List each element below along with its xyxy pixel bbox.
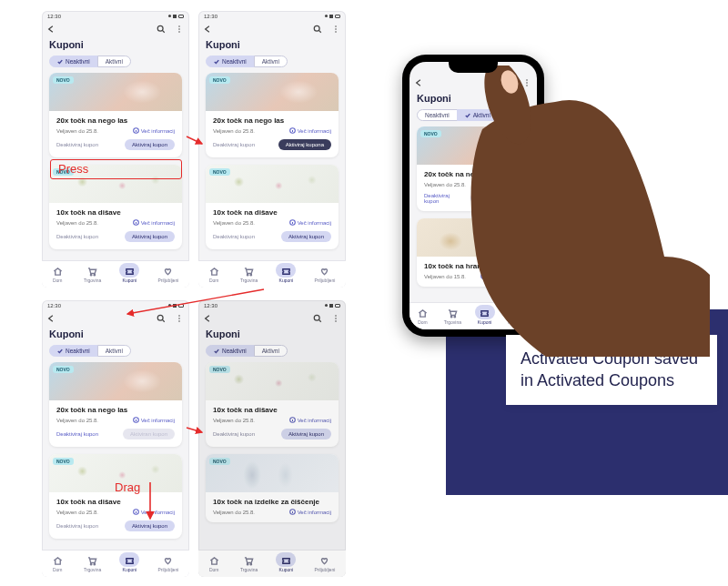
activate-button[interactable]: Aktiviraj kupon xyxy=(125,139,175,150)
search-icon[interactable] xyxy=(504,78,513,87)
filter-active[interactable]: Aktivni xyxy=(457,109,499,121)
activate-button[interactable]: Aktiviraj kupon xyxy=(125,520,175,531)
more-info-link[interactable]: Več informacij xyxy=(133,127,175,134)
info-icon xyxy=(289,417,296,423)
coupon-card-hair[interactable]: NOVO 20x točk na nego las Veljaven do 25… xyxy=(49,73,182,157)
more-info-link[interactable]: Več informacij xyxy=(133,219,175,226)
nav-coupons[interactable]: Kuponi xyxy=(279,556,294,572)
search-icon[interactable] xyxy=(157,314,166,323)
back-icon[interactable] xyxy=(204,314,213,323)
more-info-link[interactable]: Več informacij xyxy=(289,417,331,423)
status-time: 12:30 xyxy=(47,14,61,19)
nav-store[interactable]: Trgovina xyxy=(84,267,101,283)
filter-pills: Neaktivni Aktivni xyxy=(42,56,189,73)
info-icon xyxy=(289,127,296,134)
coupon-card-dogfood[interactable]: 10x točk na hrano za pse Veljaven do 15.… xyxy=(417,218,530,287)
screen-3: 12:30 Kuponi Neaktivni Aktivni NOVO 20x … xyxy=(42,300,189,577)
hero-caption: Activated Coupon saved in Activated Coup… xyxy=(506,335,717,405)
more-info-link[interactable]: Več informacij xyxy=(480,273,522,279)
coupon-card-hair[interactable]: NOVO 20x točk na nego las Veljaven do 25… xyxy=(206,73,339,157)
coupon-image: NOVO xyxy=(49,73,182,111)
nav-favorites[interactable]: Priljubljeni xyxy=(315,556,336,572)
info-icon xyxy=(133,417,139,423)
more-icon[interactable] xyxy=(175,25,184,34)
page-title: Kuponi xyxy=(198,37,346,56)
nav-home[interactable]: Dom xyxy=(53,556,63,572)
status-indicators xyxy=(168,15,184,18)
activate-button[interactable]: Aktiviraj kupon xyxy=(125,231,175,242)
coupon-card-perfume[interactable]: NOVO 10x točk na dišave Veljaven do 25.8… xyxy=(49,454,182,539)
back-icon[interactable] xyxy=(47,25,56,34)
coupon-title: 10x točk na dišave xyxy=(56,208,175,217)
search-icon[interactable] xyxy=(313,25,322,34)
nav-favorites[interactable]: Priljubljeni xyxy=(508,308,529,325)
coupon-card-perfume[interactable]: NOVO 10x točk na dišave Veljaven do 25.8… xyxy=(206,165,339,249)
filter-inactive[interactable]: Neaktivni xyxy=(417,109,458,121)
more-icon[interactable] xyxy=(331,314,340,323)
nav-coupons[interactable]: Kuponi xyxy=(279,267,294,283)
more-info-link[interactable]: Več informacij xyxy=(480,181,522,187)
activate-plural-button[interactable]: Aktiviraj kupona xyxy=(278,139,331,150)
deactivate-link[interactable]: Deaktiviraj kupon xyxy=(56,431,98,437)
coupon-card-perfume[interactable]: NOVO 10x točk na dišave Veljaven do 25.8… xyxy=(206,362,339,447)
filter-active[interactable]: Aktivni xyxy=(254,345,288,357)
nav-store[interactable]: Trgovina xyxy=(444,308,461,325)
coupon-card-hair[interactable]: NOVO 20x točk na nego las Veljaven do 25… xyxy=(49,362,182,447)
coupon-list[interactable]: NOVO 20x točk na nego las Veljaven do 25… xyxy=(198,73,346,260)
filter-active[interactable]: Aktivni xyxy=(97,345,131,357)
filter-inactive[interactable]: Neaktivni xyxy=(49,56,98,67)
back-icon[interactable] xyxy=(47,314,56,323)
more-info-link[interactable]: Več informacij xyxy=(133,509,175,515)
filter-inactive[interactable]: Neaktivni xyxy=(49,345,98,357)
new-badge: NOVO xyxy=(53,76,74,84)
coupon-validity: Veljaven do 25.8. xyxy=(56,128,98,134)
nav-coupons[interactable]: Kuponi xyxy=(123,267,137,283)
search-icon[interactable] xyxy=(157,25,166,34)
nav-favorites[interactable]: Priljubljeni xyxy=(315,267,336,283)
more-icon[interactable] xyxy=(175,314,184,323)
nav-home[interactable]: Dom xyxy=(209,267,219,283)
info-icon xyxy=(480,181,487,187)
deactivate-label: Deaktiviraj kupon xyxy=(56,142,98,147)
filter-pills: Neaktivni Aktivni xyxy=(198,56,346,73)
more-info-link[interactable]: Več informacij xyxy=(133,417,175,423)
nav-favorites[interactable]: Priljubljeni xyxy=(158,267,179,283)
nav-store[interactable]: Trgovina xyxy=(84,556,101,572)
screen-1: 12:30 Kuponi Neaktivni Aktivni NOVO 20x … xyxy=(42,11,189,288)
nav-home[interactable]: Dom xyxy=(418,308,428,325)
nav-favorites[interactable]: Priljubljeni xyxy=(158,556,179,572)
nav-store[interactable]: Trgovina xyxy=(240,267,258,283)
coupon-list[interactable]: NOVO 10x točk na dišave Veljaven do 25.8… xyxy=(198,362,346,550)
coupon-title: 20x točk na nego las xyxy=(56,116,175,125)
filter-active[interactable]: Aktivni xyxy=(97,56,131,67)
coupon-list[interactable]: NOVO 20x točk na nego las Veljaven do 25… xyxy=(410,126,537,302)
status-bar: 12:30 xyxy=(42,11,189,21)
more-icon[interactable] xyxy=(522,78,531,87)
activate-button[interactable]: Aktiviraj kupon xyxy=(281,231,331,242)
nav-coupons[interactable]: Kuponi xyxy=(123,556,137,572)
heart-icon xyxy=(163,267,173,277)
nav-home[interactable]: Dom xyxy=(53,267,63,283)
info-icon xyxy=(133,509,139,515)
back-icon[interactable] xyxy=(204,25,213,34)
more-info-link[interactable]: Več informacij xyxy=(289,219,331,226)
coupon-list[interactable]: NOVO 20x točk na nego las Veljaven do 25… xyxy=(42,362,189,550)
hero-device-frame: Kuponi Neaktivni Aktivni NOVO 20x točk n… xyxy=(402,55,544,337)
activate-button[interactable]: Aktiviraj kupon xyxy=(281,429,331,440)
filter-inactive[interactable]: Neaktivni xyxy=(206,56,255,67)
more-info-link[interactable]: Več informacij xyxy=(289,127,331,134)
search-icon[interactable] xyxy=(313,314,322,323)
more-info-link[interactable]: Več informacij xyxy=(289,509,331,515)
deactivate-link[interactable]: Deaktiviraj kupon xyxy=(424,193,465,204)
coupon-card-cleaning[interactable]: NOVO 10x točk na izdelke za čiščenje Vel… xyxy=(206,454,339,522)
nav-coupons[interactable]: Kuponi xyxy=(478,308,492,325)
nav-home[interactable]: Dom xyxy=(209,556,219,572)
nav-store[interactable]: Trgovina xyxy=(240,556,258,572)
more-icon[interactable] xyxy=(331,25,340,34)
filter-inactive[interactable]: Neaktivni xyxy=(206,345,255,357)
back-icon[interactable] xyxy=(415,78,424,87)
filter-active[interactable]: Aktivni xyxy=(254,56,288,67)
home-icon xyxy=(53,267,63,277)
info-icon xyxy=(480,273,487,279)
coupon-card-hair[interactable]: NOVO 20x točk na nego las Veljaven do 25… xyxy=(417,126,530,211)
